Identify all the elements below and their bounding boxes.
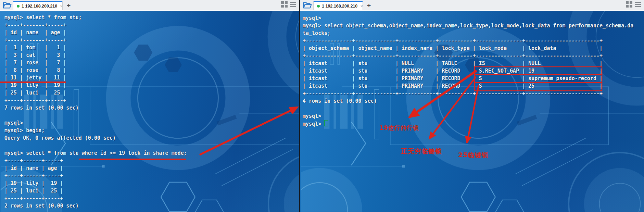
folder-icon[interactable] bbox=[3, 2, 12, 9]
left-tab-bar: 1 192.168.200.210 × + bbox=[0, 0, 299, 10]
terminal-line: mysql> bbox=[300, 112, 644, 120]
session-tab[interactable]: 1 192.168.200.210 × bbox=[313, 1, 363, 10]
terminal-line: | 25 | luci | 25 | bbox=[0, 187, 299, 195]
menu-icon[interactable] bbox=[290, 2, 296, 7]
terminal-line: | id | name | age | bbox=[0, 29, 299, 36]
tab-title: 1 192.168.200.210 bbox=[22, 4, 57, 9]
terminal-line: | 3 | cat | 3 | bbox=[0, 51, 299, 59]
terminal-line: | id | name | age | bbox=[0, 164, 299, 172]
terminal-line: ta_locks; bbox=[300, 29, 644, 37]
layout-grid-icon[interactable] bbox=[281, 1, 288, 8]
terminal-line: +----+------+-----+ bbox=[0, 195, 299, 202]
terminal-line: +----+-------+-----+ bbox=[0, 97, 299, 104]
terminal-line: | itcast | stu | PRIMARY | RECORD | S | … bbox=[300, 75, 644, 82]
terminal-line: mysql> select * from stu; bbox=[0, 14, 299, 21]
terminal-line: 7 rows in set (0.00 sec) bbox=[0, 104, 299, 112]
terminal-line: | itcast | stu | PRIMARY | RECORD | S | … bbox=[300, 82, 644, 90]
terminal-line: +----+------+-----+ bbox=[0, 172, 299, 179]
terminal-line: Query OK, 0 rows affected (0.00 sec) bbox=[0, 134, 299, 142]
terminal-line: | 11 | jetty | 11 | bbox=[0, 74, 299, 82]
terminal-line: mysql> begin; bbox=[0, 127, 299, 134]
left-terminal-screen[interactable]: mysql> select * from stu; +----+-------+… bbox=[0, 11, 299, 212]
left-terminal-window: 1 192.168.200.210 × + mysql> select * fr… bbox=[0, 0, 299, 212]
terminal-line: +---------------+-------------+---------… bbox=[300, 52, 644, 60]
terminal-line: 2 rows in set (0.00 sec) bbox=[0, 202, 299, 210]
tab-close-icon[interactable]: × bbox=[59, 4, 63, 9]
terminal-line: | 19 | lily | 19 | bbox=[0, 179, 299, 187]
terminal-line: +----+------+-----+ bbox=[0, 157, 299, 164]
new-tab-button[interactable]: + bbox=[67, 2, 71, 9]
right-terminal-output: mysql> mysql> select object_schema,objec… bbox=[300, 11, 644, 128]
right-terminal-screen[interactable]: mysql> mysql> select object_schema,objec… bbox=[300, 11, 644, 212]
session-tab[interactable]: 1 192.168.200.210 × bbox=[13, 1, 63, 10]
window-divider[interactable] bbox=[299, 0, 300, 212]
terminal-line: 4 rows in set (0.00 sec) bbox=[300, 97, 644, 105]
terminal-line: | 19 | lily | 19 | bbox=[0, 82, 299, 89]
terminal-line: | itcast | stu | PRIMARY | RECORD | S,RE… bbox=[300, 67, 644, 75]
terminal-prompt-line: mysql> bbox=[300, 120, 644, 128]
terminal-cursor bbox=[324, 120, 328, 126]
right-tab-bar: 1 192.168.200.210 × + bbox=[300, 0, 644, 10]
folder-icon[interactable] bbox=[303, 2, 312, 9]
terminal-line: +----+-------+-----+ bbox=[0, 36, 299, 44]
terminal-line: | object_schema | object_name | index_na… bbox=[300, 45, 644, 52]
terminal-line: mysql> select object_schema,object_name,… bbox=[300, 22, 644, 29]
terminal-line: mysql> bbox=[300, 14, 644, 22]
terminal-line: +---------------+-------------+---------… bbox=[300, 90, 644, 97]
terminal-line: +---------------+-------------+---------… bbox=[300, 37, 644, 45]
layout-grid-icon[interactable] bbox=[626, 1, 632, 8]
tab-bar-icons bbox=[281, 1, 296, 8]
terminal-line: | 8 | rose | 8 | bbox=[0, 66, 299, 74]
tab-bar-icons bbox=[626, 1, 641, 8]
tab-close-icon[interactable]: × bbox=[359, 4, 364, 9]
terminal-line bbox=[0, 112, 299, 119]
terminal-line: | 25 | luci | 25 | bbox=[0, 89, 299, 97]
left-terminal-output: mysql> select * from stu; +----+-------+… bbox=[0, 11, 299, 210]
connected-status-dot bbox=[317, 5, 320, 8]
terminal-line: | 7 | rose | 7 | bbox=[0, 59, 299, 66]
new-tab-button[interactable]: + bbox=[367, 2, 371, 9]
prompt-text: mysql> bbox=[303, 121, 324, 127]
terminal-line: +----+-------+-----+ bbox=[0, 21, 299, 29]
terminal-line bbox=[300, 105, 644, 112]
menu-icon[interactable] bbox=[635, 2, 641, 7]
terminal-line: | itcast | stu | NULL | TABLE | IS | NUL… bbox=[300, 60, 644, 67]
connected-status-dot bbox=[17, 5, 20, 8]
tab-title: 1 192.168.200.210 bbox=[322, 4, 357, 9]
terminal-line bbox=[0, 142, 299, 149]
terminal-line: mysql> select * from stu where id >= 19 … bbox=[0, 149, 299, 157]
terminal-line: mysql> bbox=[0, 119, 299, 127]
terminal-line: | 1 | tom | 1 | bbox=[0, 44, 299, 51]
right-terminal-window: 1 192.168.200.210 × + mysql> mysql> sele… bbox=[300, 0, 644, 212]
